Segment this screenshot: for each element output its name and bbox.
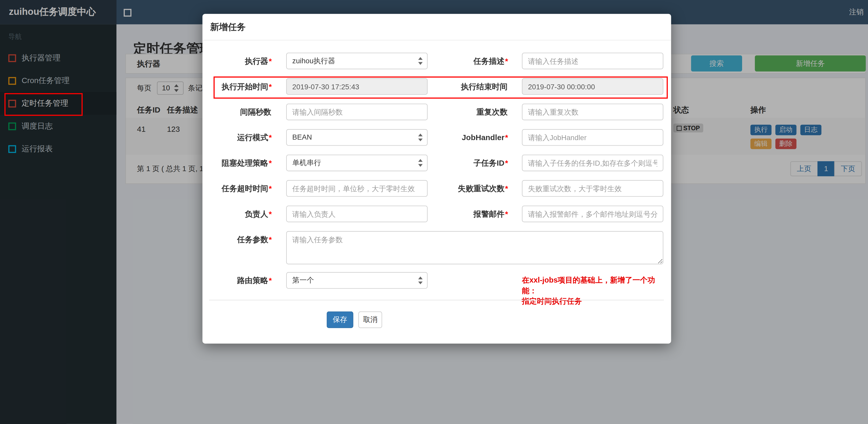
feature-note-line1: 在xxl-jobs项目的基础上，新增了一个功能： [522, 275, 667, 296]
modal-footer-divider [209, 300, 664, 300]
route-strategy-label: 路由策略* [203, 272, 272, 289]
block-strategy-select[interactable]: 单机串行 [286, 155, 428, 171]
modal-body: 执行器* zuihou执行器 任务描述* 执行开始时间* [203, 40, 671, 300]
owner-input[interactable] [286, 205, 428, 222]
add-task-modal: 新增任务 执行器* zuihou执行器 任务描述* [203, 14, 671, 344]
timeout-label: 任务超时时间* [203, 180, 272, 197]
feature-note-line2: 指定时间执行任务 [522, 296, 667, 306]
owner-label: 负责人* [203, 205, 272, 222]
repeat-count-label: 重复次数 [428, 104, 508, 120]
task-params-textarea[interactable] [286, 231, 663, 264]
jobhandler-label: JobHandler* [428, 129, 508, 146]
select-arrows-icon [417, 134, 423, 141]
form-row-7: 负责人* 报警邮件* [203, 205, 671, 222]
jobhandler-input[interactable] [522, 129, 663, 146]
form-row-2: 执行开始时间* 执行结束时间 [203, 78, 671, 95]
route-strategy-select[interactable]: 第一个 [286, 272, 428, 289]
task-params-label: 任务参数* [203, 231, 272, 248]
form-row-5: 阻塞处理策略* 单机串行 子任务ID* [203, 155, 671, 171]
form-row-params: 任务参数* [203, 231, 671, 264]
repeat-count-input[interactable] [522, 104, 663, 120]
run-mode-label: 运行模式* [203, 129, 272, 146]
form-row-route: 路由策略* 第一个 在xxl-jobs项目的基础上，新增了一个功能： 指定时间执… [203, 272, 671, 289]
task-desc-input[interactable] [522, 53, 663, 69]
executor-label: 执行器* [203, 53, 272, 69]
modal-header: 新增任务 [203, 14, 671, 40]
end-time-input[interactable] [522, 78, 663, 95]
retry-count-label: 失败重试次数* [428, 180, 508, 197]
child-task-input[interactable] [522, 155, 663, 171]
select-value: BEAN [292, 133, 312, 141]
app-screen: zuihou任务调度中心 注销 导航 执行器管理 Cron任务管理 定时任务管理… [0, 0, 868, 424]
cancel-button[interactable]: 取消 [359, 312, 382, 328]
block-strategy-label: 阻塞处理策略* [203, 155, 272, 171]
modal-title: 新增任务 [210, 22, 246, 33]
task-desc-label: 任务描述* [428, 53, 508, 69]
form-row-4: 运行模式* BEAN JobHandler* [203, 129, 671, 146]
interval-label: 间隔秒数 [203, 104, 272, 120]
form-row-3: 间隔秒数 重复次数 [203, 104, 671, 120]
select-arrows-icon [417, 159, 423, 167]
form-row-6: 任务超时时间* 失败重试次数* [203, 180, 671, 197]
feature-note: 在xxl-jobs项目的基础上，新增了一个功能： 指定时间执行任务 [522, 275, 667, 306]
timeout-input[interactable] [286, 180, 428, 197]
child-task-label: 子任务ID* [428, 155, 508, 171]
save-button[interactable]: 保存 [327, 312, 353, 328]
select-arrows-icon [417, 276, 423, 284]
start-time-input[interactable] [286, 78, 428, 95]
retry-count-input[interactable] [522, 180, 663, 197]
run-mode-select[interactable]: BEAN [286, 129, 428, 146]
select-arrows-icon [417, 57, 423, 65]
select-value: 单机串行 [292, 159, 321, 167]
alarm-email-label: 报警邮件* [428, 205, 508, 222]
start-time-label: 执行开始时间* [203, 78, 272, 95]
end-time-label: 执行结束时间 [428, 78, 508, 95]
select-value: 第一个 [292, 276, 314, 284]
executor-select[interactable]: zuihou执行器 [286, 53, 428, 69]
interval-input[interactable] [286, 104, 428, 120]
select-value: zuihou执行器 [292, 57, 335, 65]
form-row-1: 执行器* zuihou执行器 任务描述* [203, 53, 671, 69]
alarm-email-input[interactable] [522, 205, 663, 222]
